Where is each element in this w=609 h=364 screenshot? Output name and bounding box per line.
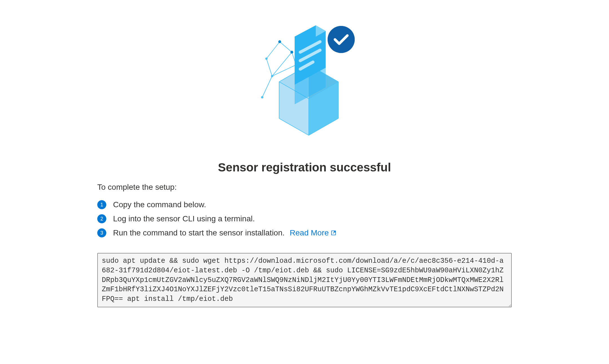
svg-point-10 bbox=[278, 40, 281, 43]
svg-line-2 bbox=[266, 42, 280, 59]
svg-point-9 bbox=[265, 58, 268, 60]
read-more-label: Read More bbox=[290, 228, 329, 237]
box-document-icon bbox=[245, 20, 364, 138]
step-item-2: 2 Log into the sensor CLI using a termin… bbox=[97, 214, 512, 223]
main-content: Sensor registration successful To comple… bbox=[47, 11, 562, 308]
step-number-badge: 1 bbox=[97, 200, 106, 209]
read-more-link[interactable]: Read More bbox=[290, 228, 337, 237]
step-text: Log into the sensor CLI using a terminal… bbox=[113, 214, 255, 223]
step-item-1: 1 Copy the command below. bbox=[97, 200, 512, 209]
step-text: Copy the command below. bbox=[113, 200, 206, 209]
svg-line-1 bbox=[266, 59, 272, 76]
illustration-wrapper bbox=[97, 20, 512, 138]
step-item-3: 3 Run the command to start the sensor in… bbox=[97, 228, 512, 237]
step-text: Run the command to start the sensor inst… bbox=[113, 228, 285, 237]
step-number-badge: 2 bbox=[97, 214, 106, 223]
svg-point-11 bbox=[290, 51, 293, 54]
svg-line-4 bbox=[272, 52, 292, 76]
steps-list: 1 Copy the command below. 2 Log into the… bbox=[97, 200, 512, 237]
step-number-badge: 3 bbox=[97, 228, 106, 237]
svg-point-7 bbox=[261, 96, 263, 98]
svg-line-3 bbox=[280, 42, 292, 52]
svg-point-33 bbox=[328, 26, 355, 53]
command-textarea[interactable] bbox=[97, 253, 512, 307]
page-title: Sensor registration successful bbox=[97, 161, 512, 174]
external-link-icon bbox=[330, 230, 337, 236]
svg-line-0 bbox=[262, 76, 272, 97]
svg-point-8 bbox=[271, 75, 273, 77]
setup-subtitle: To complete the setup: bbox=[97, 183, 512, 192]
